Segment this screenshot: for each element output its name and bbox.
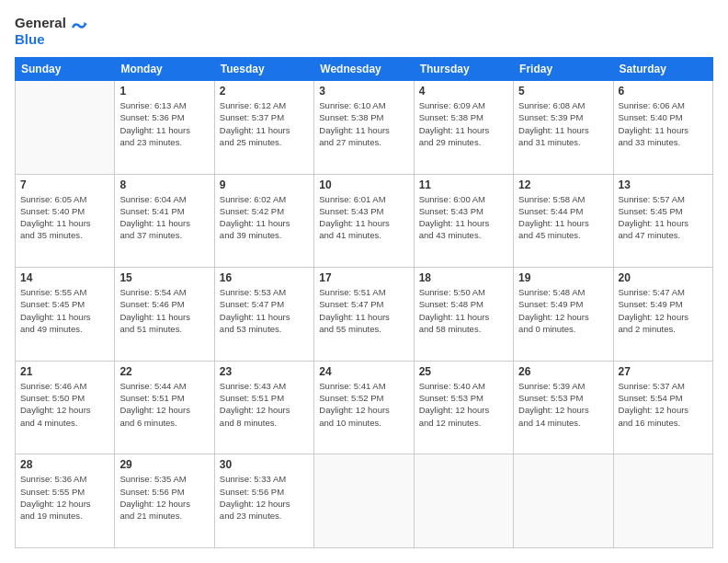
day-info: Sunrise: 5:51 AMSunset: 5:47 PMDaylight:… [319,286,408,335]
day-number: 8 [119,178,209,191]
calendar-cell [314,454,414,548]
day-info: Sunrise: 5:40 AMSunset: 5:53 PMDaylight:… [419,380,508,429]
calendar-cell [514,454,613,548]
logo-wave-icon [71,18,87,35]
day-info: Sunrise: 5:39 AMSunset: 5:53 PMDaylight:… [518,380,608,429]
calendar-cell: 24Sunrise: 5:41 AMSunset: 5:52 PMDayligh… [314,361,414,454]
day-number: 7 [20,178,109,191]
day-number: 9 [220,178,309,191]
header: GeneralBlue [15,15,713,48]
calendar-cell: 23Sunrise: 5:43 AMSunset: 5:51 PMDayligh… [214,361,313,454]
calendar-day-header: Wednesday [314,58,414,81]
calendar-cell: 15Sunrise: 5:54 AMSunset: 5:46 PMDayligh… [115,268,214,362]
calendar-cell: 5Sunrise: 6:08 AMSunset: 5:39 PMDaylight… [514,81,613,175]
day-number: 22 [119,365,209,378]
day-info: Sunrise: 5:46 AMSunset: 5:50 PMDaylight:… [20,380,109,429]
calendar-cell: 25Sunrise: 5:40 AMSunset: 5:53 PMDayligh… [414,361,513,454]
day-number: 16 [220,271,309,284]
day-number: 26 [518,365,608,378]
day-info: Sunrise: 5:35 AMSunset: 5:56 PMDaylight:… [119,473,209,522]
day-info: Sunrise: 5:57 AMSunset: 5:45 PMDaylight:… [619,193,708,242]
calendar-cell: 29Sunrise: 5:35 AMSunset: 5:56 PMDayligh… [115,454,214,548]
day-info: Sunrise: 5:48 AMSunset: 5:49 PMDaylight:… [518,286,608,335]
day-number: 6 [619,85,708,98]
day-info: Sunrise: 6:12 AMSunset: 5:37 PMDaylight:… [220,99,309,148]
day-info: Sunrise: 5:55 AMSunset: 5:45 PMDaylight:… [20,286,109,335]
day-info: Sunrise: 5:36 AMSunset: 5:55 PMDaylight:… [20,473,109,522]
day-info: Sunrise: 5:43 AMSunset: 5:51 PMDaylight:… [220,380,309,429]
calendar-cell [414,454,513,548]
day-number: 18 [419,271,508,284]
calendar-cell: 21Sunrise: 5:46 AMSunset: 5:50 PMDayligh… [16,361,115,454]
day-info: Sunrise: 5:33 AMSunset: 5:56 PMDaylight:… [220,473,309,522]
day-number: 3 [319,85,408,98]
day-number: 14 [20,271,109,284]
day-number: 20 [619,271,708,284]
calendar-cell: 16Sunrise: 5:53 AMSunset: 5:47 PMDayligh… [214,268,313,362]
calendar-cell: 3Sunrise: 6:10 AMSunset: 5:38 PMDaylight… [314,81,414,175]
day-info: Sunrise: 6:05 AMSunset: 5:40 PMDaylight:… [20,193,109,242]
day-number: 1 [119,85,209,98]
day-number: 2 [220,85,309,98]
day-number: 27 [619,365,708,378]
day-info: Sunrise: 5:44 AMSunset: 5:51 PMDaylight:… [119,380,209,429]
day-number: 5 [518,85,608,98]
calendar-day-header: Sunday [16,58,115,81]
calendar-cell: 18Sunrise: 5:50 AMSunset: 5:48 PMDayligh… [414,268,513,362]
calendar-day-header: Thursday [414,58,513,81]
day-number: 25 [419,365,508,378]
calendar-cell [613,454,712,548]
day-info: Sunrise: 6:10 AMSunset: 5:38 PMDaylight:… [319,99,408,148]
calendar-cell: 6Sunrise: 6:06 AMSunset: 5:40 PMDaylight… [613,81,712,175]
day-number: 29 [119,458,209,471]
logo: GeneralBlue [15,15,87,48]
calendar-cell: 17Sunrise: 5:51 AMSunset: 5:47 PMDayligh… [314,268,414,362]
calendar-cell: 1Sunrise: 6:13 AMSunset: 5:36 PMDaylight… [115,81,214,175]
day-number: 23 [220,365,309,378]
calendar-day-header: Monday [115,58,214,81]
calendar-day-header: Saturday [613,58,712,81]
day-number: 15 [119,271,209,284]
calendar-cell: 12Sunrise: 5:58 AMSunset: 5:44 PMDayligh… [514,174,613,268]
calendar-cell: 27Sunrise: 5:37 AMSunset: 5:54 PMDayligh… [613,361,712,454]
calendar-cell: 30Sunrise: 5:33 AMSunset: 5:56 PMDayligh… [214,454,313,548]
day-info: Sunrise: 5:53 AMSunset: 5:47 PMDaylight:… [220,286,309,335]
calendar-cell: 2Sunrise: 6:12 AMSunset: 5:37 PMDaylight… [214,81,313,175]
calendar-cell: 28Sunrise: 5:36 AMSunset: 5:55 PMDayligh… [16,454,115,548]
day-number: 11 [419,178,508,191]
day-number: 28 [20,458,109,471]
calendar-week-row: 28Sunrise: 5:36 AMSunset: 5:55 PMDayligh… [16,454,713,548]
day-info: Sunrise: 5:37 AMSunset: 5:54 PMDaylight:… [619,380,708,429]
day-info: Sunrise: 6:00 AMSunset: 5:43 PMDaylight:… [419,193,508,242]
calendar-cell: 8Sunrise: 6:04 AMSunset: 5:41 PMDaylight… [115,174,214,268]
day-number: 17 [319,271,408,284]
calendar-table: SundayMondayTuesdayWednesdayThursdayFrid… [15,57,713,548]
day-number: 24 [319,365,408,378]
day-info: Sunrise: 6:01 AMSunset: 5:43 PMDaylight:… [319,193,408,242]
day-number: 30 [220,458,309,471]
day-info: Sunrise: 5:54 AMSunset: 5:46 PMDaylight:… [119,286,209,335]
day-info: Sunrise: 5:50 AMSunset: 5:48 PMDaylight:… [419,286,508,335]
calendar-week-row: 7Sunrise: 6:05 AMSunset: 5:40 PMDaylight… [16,174,713,268]
calendar-week-row: 21Sunrise: 5:46 AMSunset: 5:50 PMDayligh… [16,361,713,454]
day-number: 4 [419,85,508,98]
calendar-cell: 14Sunrise: 5:55 AMSunset: 5:45 PMDayligh… [16,268,115,362]
calendar-day-header: Friday [514,58,613,81]
page: GeneralBlue SundayMondayTuesdayWednesday… [0,0,728,563]
day-info: Sunrise: 5:41 AMSunset: 5:52 PMDaylight:… [319,380,408,429]
day-number: 12 [518,178,608,191]
day-info: Sunrise: 6:04 AMSunset: 5:41 PMDaylight:… [119,193,209,242]
day-number: 10 [319,178,408,191]
calendar-cell: 13Sunrise: 5:57 AMSunset: 5:45 PMDayligh… [613,174,712,268]
day-info: Sunrise: 5:47 AMSunset: 5:49 PMDaylight:… [619,286,708,335]
day-info: Sunrise: 6:06 AMSunset: 5:40 PMDaylight:… [619,99,708,148]
calendar-cell: 19Sunrise: 5:48 AMSunset: 5:49 PMDayligh… [514,268,613,362]
day-info: Sunrise: 6:02 AMSunset: 5:42 PMDaylight:… [220,193,309,242]
calendar-week-row: 1Sunrise: 6:13 AMSunset: 5:36 PMDaylight… [16,81,713,175]
calendar-cell: 20Sunrise: 5:47 AMSunset: 5:49 PMDayligh… [613,268,712,362]
calendar-cell: 9Sunrise: 6:02 AMSunset: 5:42 PMDaylight… [214,174,313,268]
day-number: 13 [619,178,708,191]
calendar-body: 1Sunrise: 6:13 AMSunset: 5:36 PMDaylight… [16,81,713,548]
day-info: Sunrise: 5:58 AMSunset: 5:44 PMDaylight:… [518,193,608,242]
day-number: 21 [20,365,109,378]
